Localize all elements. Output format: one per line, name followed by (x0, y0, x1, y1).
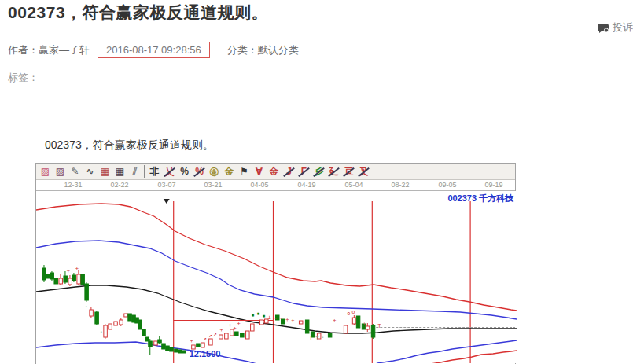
complaint-label: 投诉 (613, 20, 633, 35)
svg-text:↓: ↓ (363, 321, 366, 327)
draw-brush-box-icon: ▨ (53, 165, 67, 178)
svg-text:+: + (67, 268, 70, 274)
svg-text:▪: ▪ (251, 312, 254, 318)
tags-label: 标签： (8, 71, 39, 85)
date-tick-label: 09-05 (438, 181, 456, 189)
category-label: 分类： (227, 44, 258, 56)
svg-text:-: - (100, 329, 103, 335)
char-slash-3-icon: 叉 (357, 165, 370, 178)
price-plot: ++--+↗↗↗++++▪▪▪⊥--++TT-+oo↓T002373 千方科技1… (36, 191, 517, 363)
svg-text:↗: ↗ (204, 336, 207, 342)
svg-text:+: + (285, 317, 289, 323)
percent-retrace-icon: % (193, 165, 206, 178)
grid-red-icon: ▦ (98, 165, 112, 178)
svg-text:+: + (233, 325, 236, 332)
grid-dark-icon: ▦ (113, 165, 127, 178)
date-tick-label: 12-31 (64, 181, 82, 189)
svg-text:+: + (237, 321, 240, 327)
kline-tool-icon: 非 (148, 165, 161, 178)
stock-chart-image[interactable]: ▨▨✎∿▦▦⫽非乂%%㊎金⚑∀金JF彡廴亘叉 12-3102-2203-0703… (35, 163, 516, 364)
page-title: 002373，符合赢家极反通道规则。 (8, 2, 268, 24)
author-name: 赢家—子轩 (39, 44, 90, 56)
svg-text:-: - (279, 315, 282, 322)
svg-text:-: - (85, 303, 88, 310)
svg-text:▪: ▪ (256, 311, 259, 317)
author-label: 作者：赢家—子轩 (8, 43, 90, 57)
date-tick-label: 05-04 (344, 181, 363, 189)
svg-text:⊥: ⊥ (267, 314, 270, 321)
date-tick-label: 04-19 (297, 181, 315, 189)
post-body-text: 002373，符合赢家极反通道规则。 (45, 138, 214, 153)
post-date: 2016-08-17 09:28:56 (98, 42, 210, 58)
post-meta: 作者：赢家—子轩 2016-08-17 09:28:56 分类：默认分类 (8, 42, 299, 58)
gold-circle-icon: ㊎ (208, 165, 221, 178)
date-tick-label: 04-05 (250, 181, 268, 189)
svg-text:+: + (291, 318, 294, 324)
trend-cross-icon: 乂 (163, 165, 176, 178)
price-label: 12.1500 (190, 349, 221, 358)
j-line-icon: J (282, 165, 296, 178)
gold-section-icon: 金 (223, 165, 236, 178)
stock-name-label: 002373 千方科技 (447, 193, 514, 203)
svg-text:o: o (351, 309, 355, 315)
flag-pen-icon: ⚑ (237, 165, 251, 178)
svg-text:-: - (321, 334, 324, 340)
date-tick-label: 09-19 (484, 181, 502, 189)
box-wave-icon: ∀ (252, 165, 266, 178)
draw-pen-box-icon: ▨ (39, 165, 52, 178)
complaint-link[interactable]: 投诉 (598, 20, 633, 35)
date-tick-label: 08-22 (391, 181, 409, 189)
svg-text:T: T (377, 323, 381, 329)
svg-text:↗: ↗ (209, 333, 212, 339)
toolbar-separator (144, 165, 145, 178)
chart-toolbar: ▨▨✎∿▦▦⫽非乂%%㊎金⚑∀金JF彡廴亘叉 (36, 164, 515, 180)
svg-text:+: + (220, 327, 223, 333)
blog-post-page: 002373，符合赢家极反通道规则。 投诉 作者：赢家—子轩 2016-08-1… (0, 0, 633, 364)
hatch-slash-icon: 彡 (312, 165, 326, 178)
chart-date-axis: 12-3102-2203-0703-2104-0504-1905-0408-22… (36, 180, 515, 191)
category-value: 默认分类 (258, 44, 299, 56)
char-slash-2-icon: 亘 (342, 165, 355, 178)
svg-text:+: + (190, 338, 193, 344)
svg-text:▪: ▪ (262, 313, 265, 319)
svg-text:+: + (75, 266, 79, 272)
parallel-lines-icon: ⫽ (128, 165, 142, 178)
f-line-icon: F (297, 165, 311, 178)
category[interactable]: 分类：默认分类 (227, 43, 299, 57)
gold-box-icon: 金 (267, 165, 281, 178)
svg-text:+: + (228, 322, 231, 329)
pencil-line-icon: ✎ (68, 165, 82, 178)
date-tick-label: 03-07 (157, 181, 175, 189)
svg-text:-: - (274, 315, 277, 322)
char-slash-1-icon: 廴 (327, 165, 340, 178)
complaint-bubble-icon (598, 23, 609, 33)
percent-icon: % (178, 165, 191, 178)
zigzag-line-icon: ∿ (83, 165, 97, 178)
svg-text:↗: ↗ (214, 331, 217, 337)
date-tick-label: 03-21 (204, 181, 222, 189)
date-tick-label: 02-22 (110, 181, 128, 189)
svg-text:o: o (347, 311, 350, 317)
svg-text:+: + (333, 318, 336, 324)
